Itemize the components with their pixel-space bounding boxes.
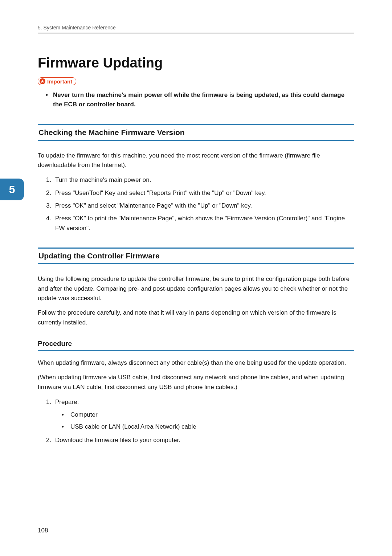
important-bullet-item: Never turn the machine's main power off … <box>53 90 354 110</box>
procedure-paragraph-2: (When updating firmware via USB cable, f… <box>38 373 354 392</box>
list-item: USB cable or LAN (Local Area Network) ca… <box>68 422 354 432</box>
page-container: 5. System Maintenance Reference Firmware… <box>0 0 392 556</box>
important-bullet-list: Never turn the machine's main power off … <box>38 90 354 110</box>
procedure-steps-list: Prepare: Computer USB cable or LAN (Loca… <box>38 397 354 445</box>
breadcrumb: 5. System Maintenance Reference <box>38 25 354 33</box>
section-check-intro: To update the firmware for this machine,… <box>38 151 354 170</box>
star-icon: ★ <box>40 78 45 84</box>
list-item: Press "OK" to print the "Maintenance Pag… <box>53 213 354 233</box>
list-item: Download the firmware files to your comp… <box>53 435 354 445</box>
list-item: Turn the machine's main power on. <box>53 175 354 185</box>
section-heading-update: Updating the Controller Firmware <box>38 248 354 264</box>
page-number: 108 <box>38 527 48 534</box>
procedure-step-1-sublist: Computer USB cable or LAN (Local Area Ne… <box>55 410 354 432</box>
important-label: Important <box>47 78 72 85</box>
list-item: Press "OK" and select "Maintenance Page"… <box>53 201 354 210</box>
page-title: Firmware Updating <box>38 55 354 71</box>
procedure-paragraph-1: When updating firmware, always disconnec… <box>38 358 354 368</box>
update-paragraph-1: Using the following procedure to update … <box>38 274 354 303</box>
important-badge: ★ Important <box>38 77 76 85</box>
check-steps-list: Turn the machine's main power on. Press … <box>38 175 354 233</box>
section-heading-check: Checking the Machine Firmware Version <box>38 124 354 141</box>
section-heading-procedure: Procedure <box>38 340 354 351</box>
update-paragraph-2: Follow the procedure carefully, and note… <box>38 308 354 327</box>
list-item: Press "User/Tool" Key and select "Report… <box>53 188 354 198</box>
list-item: Computer <box>68 410 354 420</box>
procedure-step-1-text: Prepare: <box>55 398 79 405</box>
list-item: Prepare: Computer USB cable or LAN (Loca… <box>53 397 354 432</box>
